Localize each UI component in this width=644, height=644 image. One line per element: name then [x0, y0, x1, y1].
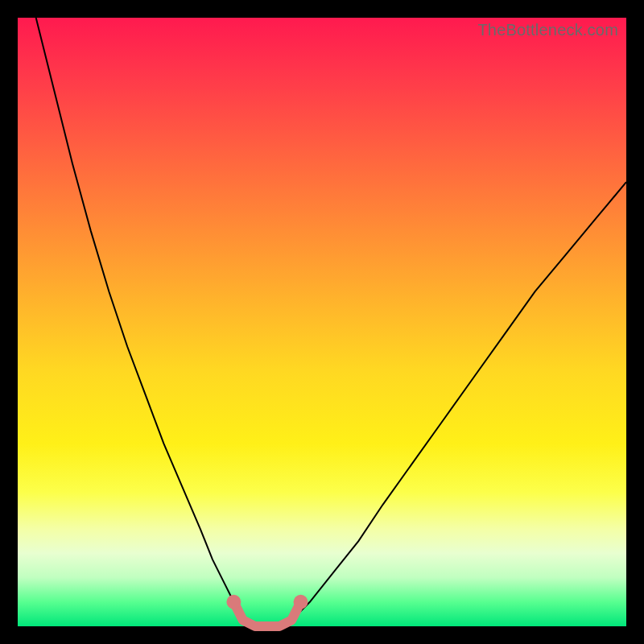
plot-area: TheBottleneck.com [18, 18, 626, 626]
right-dot [294, 595, 308, 609]
left-dot [226, 595, 241, 609]
bottom-segment [233, 602, 300, 626]
right-curve [291, 182, 626, 620]
curves-svg [18, 18, 626, 626]
chart-frame: TheBottleneck.com [0, 0, 644, 644]
left-curve [36, 18, 243, 620]
